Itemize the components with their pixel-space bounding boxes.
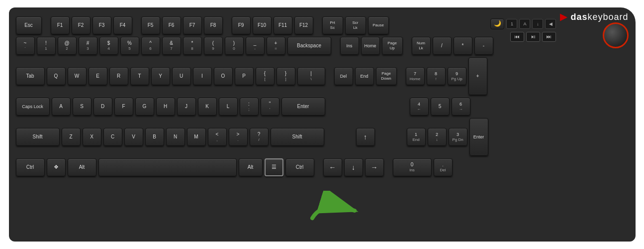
key-backspace[interactable]: Backspace	[287, 37, 331, 55]
key-4[interactable]: $4	[99, 37, 118, 55]
key-pgup[interactable]: PageUp	[382, 37, 403, 55]
key-np0[interactable]: 0Ins	[393, 158, 432, 176]
key-home[interactable]: Home	[361, 37, 380, 55]
key-rshift[interactable]: Shift	[271, 128, 324, 146]
key-f2[interactable]: F2	[72, 16, 91, 34]
key-np6[interactable]: 6→	[452, 98, 470, 116]
key-f10[interactable]: F10	[253, 16, 272, 34]
key-backslash[interactable]: |\	[297, 67, 325, 85]
key-left[interactable]: ←	[323, 158, 342, 176]
key-lalt[interactable]: Alt	[68, 158, 96, 176]
key-r[interactable]: R	[109, 67, 128, 85]
key-semicolon[interactable]: :;	[240, 98, 259, 116]
key-ralt[interactable]: Alt	[239, 158, 263, 176]
key-u[interactable]: U	[172, 67, 191, 85]
key-5[interactable]: %5	[120, 37, 139, 55]
key-7[interactable]: &7	[162, 37, 181, 55]
key-rbracket[interactable]: }]	[276, 67, 295, 85]
key-pgdn[interactable]: PageDown	[376, 67, 397, 85]
key-0[interactable]: )0	[225, 37, 244, 55]
key-f11[interactable]: F11	[274, 16, 292, 34]
key-ins[interactable]: Ins	[340, 37, 359, 55]
key-w[interactable]: W	[68, 67, 87, 85]
key-prtsc[interactable]: PrtSc	[322, 16, 343, 34]
key-np-minus[interactable]: -	[474, 37, 493, 55]
key-np-asterisk[interactable]: *	[454, 37, 472, 55]
key-down[interactable]: ↓	[344, 158, 363, 176]
key-f[interactable]: F	[114, 98, 133, 116]
key-v[interactable]: V	[124, 128, 143, 146]
key-np3[interactable]: 3Pg Dn	[449, 128, 467, 146]
key-equals[interactable]: +=	[267, 37, 285, 55]
key-q[interactable]: Q	[47, 67, 66, 85]
key-t[interactable]: T	[130, 67, 149, 85]
key-a[interactable]: A	[52, 98, 71, 116]
key-p[interactable]: P	[235, 67, 254, 85]
prev-button[interactable]: ⏮	[510, 32, 524, 42]
key-scrlk[interactable]: ScrLk	[345, 16, 366, 34]
key-s[interactable]: S	[73, 98, 92, 116]
key-c[interactable]: C	[103, 128, 122, 146]
key-k[interactable]: K	[198, 98, 217, 116]
key-space[interactable]	[98, 158, 237, 176]
key-np8[interactable]: 8↑	[427, 67, 446, 85]
key-i[interactable]: I	[193, 67, 212, 85]
key-lbracket[interactable]: {[	[256, 67, 275, 85]
key-comma[interactable]: <,	[208, 128, 227, 146]
key-np-dot[interactable]: .Del	[434, 158, 453, 176]
key-f1[interactable]: F1	[51, 16, 70, 34]
key-d[interactable]: D	[93, 98, 112, 116]
key-np4[interactable]: 4←	[410, 98, 429, 116]
key-f7[interactable]: F7	[183, 16, 202, 34]
key-3[interactable]: #3	[79, 37, 97, 55]
key-z[interactable]: Z	[62, 128, 81, 146]
key-n[interactable]: N	[166, 128, 185, 146]
key-f8[interactable]: F8	[204, 16, 223, 34]
key-1[interactable]: !1	[37, 37, 56, 55]
key-6[interactable]: ^6	[141, 37, 160, 55]
key-h[interactable]: H	[156, 98, 175, 116]
key-esc[interactable]: Esc	[16, 16, 42, 34]
key-np1[interactable]: 1End	[407, 128, 426, 146]
key-o[interactable]: O	[214, 67, 233, 85]
key-slash[interactable]: ?/	[250, 128, 269, 146]
key-lwin[interactable]: ❖	[47, 158, 66, 176]
play-button[interactable]: ⏯	[526, 32, 540, 42]
key-quote[interactable]: "'	[261, 98, 279, 116]
key-2[interactable]: @2	[58, 37, 77, 55]
key-minus[interactable]: _-	[246, 37, 265, 55]
key-tab[interactable]: Tab	[16, 67, 45, 85]
moon-key[interactable]: 🌙	[490, 18, 504, 29]
key-period[interactable]: >.	[229, 128, 248, 146]
key-f12[interactable]: F12	[294, 16, 313, 34]
key-lshift[interactable]: Shift	[16, 128, 60, 146]
key-np-enter[interactable]: Enter	[469, 118, 488, 156]
key-f9[interactable]: F9	[232, 16, 251, 34]
key-lctrl[interactable]: Ctrl	[16, 158, 45, 176]
key-f5[interactable]: F5	[141, 16, 160, 34]
key-np-slash[interactable]: /	[433, 37, 452, 55]
next-button[interactable]: ⏭	[542, 32, 556, 42]
key-np9[interactable]: 9Pg Up	[448, 67, 466, 85]
key-l[interactable]: L	[219, 98, 238, 116]
key-capslock[interactable]: Caps Lock	[16, 98, 50, 116]
key-np2[interactable]: 2↓	[428, 128, 447, 146]
key-f4[interactable]: F4	[113, 16, 132, 34]
key-j[interactable]: J	[177, 98, 196, 116]
key-backtick[interactable]: ~`	[16, 37, 35, 55]
key-np7[interactable]: 7Home	[406, 67, 425, 85]
key-np5[interactable]: 5	[431, 98, 450, 116]
key-e[interactable]: E	[89, 67, 107, 85]
key-g[interactable]: G	[135, 98, 154, 116]
key-enter[interactable]: Enter	[281, 98, 325, 116]
key-y[interactable]: Y	[151, 67, 170, 85]
key-f3[interactable]: F3	[92, 16, 111, 34]
key-right[interactable]: →	[365, 158, 384, 176]
key-8[interactable]: *8	[183, 37, 202, 55]
key-rctrl[interactable]: Ctrl	[285, 158, 314, 176]
key-pause[interactable]: Pause	[368, 16, 389, 34]
key-x[interactable]: X	[83, 128, 101, 146]
key-b[interactable]: B	[145, 128, 164, 146]
volume-knob[interactable]	[603, 22, 629, 48]
key-numlk[interactable]: NumLk	[412, 37, 431, 55]
